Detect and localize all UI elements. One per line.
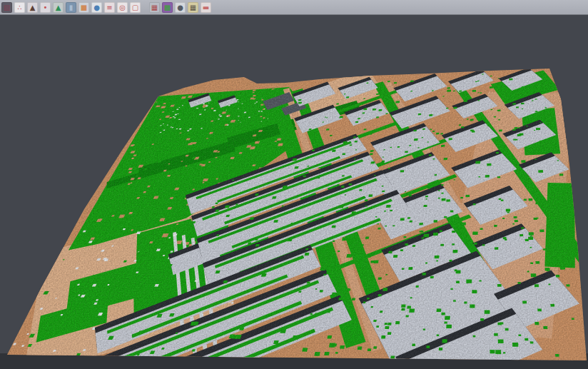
list-red-icon-glyph: ≡ (106, 2, 112, 13)
terrain-icon[interactable]: ▲ (53, 2, 64, 13)
point-pick-icon[interactable]: • (40, 2, 51, 13)
globe-icon[interactable]: ● (91, 2, 102, 13)
toolbar-icon-strip: ▧∴▲•▲▮■●≡◎▢▦▩●▦▬ (1, 2, 211, 13)
viewport-3d[interactable] (0, 15, 588, 369)
red-bar-icon-glyph: ▬ (203, 2, 209, 13)
target-ring-icon-glyph: ◎ (119, 2, 126, 13)
scatter-points-icon[interactable]: ∴ (14, 2, 25, 13)
window-grid-icon[interactable]: ▦ (149, 2, 160, 13)
colormap-icon[interactable]: ▩ (162, 2, 173, 13)
window-grid-icon-glyph: ▦ (151, 2, 158, 13)
globe-icon-glyph: ● (93, 2, 100, 13)
sphere-icon-glyph: ● (177, 2, 183, 13)
target-ring-icon[interactable]: ◎ (117, 2, 128, 13)
mountain-icon-glyph: ▲ (30, 2, 36, 13)
application-window: ▧∴▲•▲▮■●≡◎▢▦▩●▦▬ (0, 0, 588, 369)
attribute-table-icon-glyph: ▦ (190, 2, 196, 13)
point-cloud-scene[interactable] (0, 15, 588, 369)
clone-cloud-icon[interactable]: ▧ (1, 2, 12, 13)
panel-icon[interactable]: ▮ (66, 2, 76, 13)
list-red-icon[interactable]: ≡ (104, 2, 115, 13)
main-toolbar: ▧∴▲•▲▮■●≡◎▢▦▩●▦▬ (0, 0, 588, 15)
ortho-square-icon-glyph: ■ (81, 2, 87, 13)
mountain-icon[interactable]: ▲ (27, 2, 38, 13)
point-pick-icon-glyph: • (44, 2, 48, 13)
clone-cloud-icon-glyph: ▧ (4, 2, 10, 13)
panel-icon-glyph: ▮ (69, 2, 74, 13)
crop-box-icon-glyph: ▢ (132, 2, 138, 13)
red-bar-icon[interactable]: ▬ (201, 2, 211, 13)
scatter-points-icon-glyph: ∴ (17, 2, 21, 13)
sphere-icon[interactable]: ● (175, 2, 186, 13)
colormap-icon-glyph: ▩ (164, 2, 171, 13)
attribute-table-icon[interactable]: ▦ (188, 2, 198, 13)
terrain-icon-glyph: ▲ (56, 2, 61, 13)
ortho-square-icon[interactable]: ■ (78, 2, 89, 13)
crop-box-icon[interactable]: ▢ (130, 2, 141, 13)
